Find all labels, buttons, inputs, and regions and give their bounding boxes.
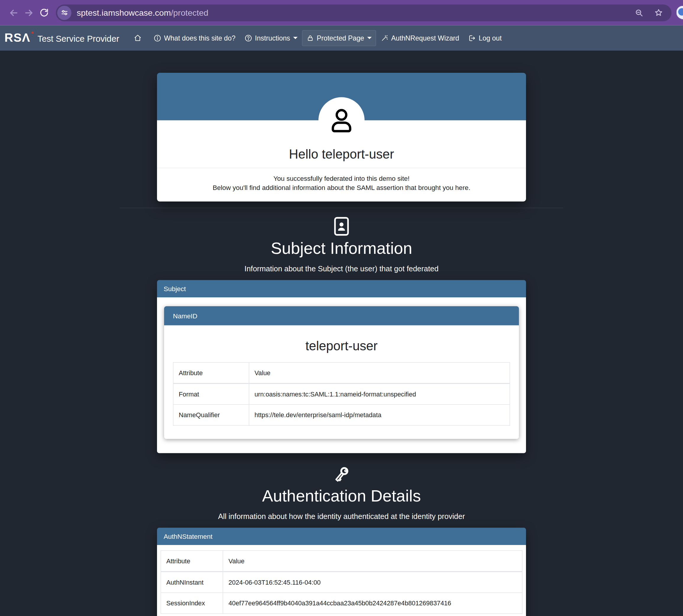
table-row: NameQualifier https://tele.dev/enterpris… xyxy=(173,404,510,425)
table-row: AuthNInstant 2024-06-03T16:52:45.116-04:… xyxy=(161,571,522,592)
zoom-out-icon[interactable] xyxy=(633,6,646,19)
authnstatement-panel-body: Attribute Value AuthNInstant 2024-06-03T… xyxy=(157,545,526,616)
value-cell: 2024-06-03T16:52:45.116-04:00 xyxy=(223,571,522,592)
browser-profile-avatar[interactable] xyxy=(677,6,683,19)
column-header: Attribute xyxy=(161,550,223,571)
nav-what-does-this-site-do[interactable]: What does this site do? xyxy=(149,30,240,46)
authn-attributes-table: Attribute Value AuthNInstant 2024-06-03T… xyxy=(161,550,522,614)
nav-instructions[interactable]: Instructions xyxy=(240,30,302,46)
chevron-down-icon xyxy=(293,37,298,39)
value-cell: https://tele.dev/enterprise/saml-idp/met… xyxy=(249,404,510,425)
back-icon[interactable] xyxy=(6,5,21,20)
section-title: Authentication Details xyxy=(0,487,683,505)
nav-authnrequest-wizard[interactable]: AuthNRequest Wizard xyxy=(376,30,463,46)
hero-card: Hello teleport-user You successfully fed… xyxy=(157,73,526,201)
home-icon xyxy=(133,34,142,42)
nameid-value: teleport-user xyxy=(173,338,510,353)
hero-card-body: Hello teleport-user You successfully fed… xyxy=(157,120,526,201)
url-path: /protected xyxy=(171,8,208,17)
attribute-cell: SessionIndex xyxy=(161,593,223,614)
hero-greeting: Hello teleport-user xyxy=(157,147,526,162)
column-header: Attribute xyxy=(173,362,249,383)
subject-panel: Subject NameID teleport-user Attribute V… xyxy=(157,280,526,453)
column-header: Value xyxy=(249,362,510,383)
authnstatement-panel: AuthNStatement Attribute Value AuthNInst… xyxy=(157,528,526,616)
site-settings-icon[interactable] xyxy=(58,6,72,20)
brand[interactable]: RSΛ Test Service Provider xyxy=(4,31,119,45)
subject-panel-body: NameID teleport-user Attribute Value xyxy=(157,297,526,453)
chevron-down-icon xyxy=(367,37,372,39)
hero-message: You successfully federated into this dem… xyxy=(157,174,526,193)
table-row: Format urn:oasis:names:tc:SAML:1.1:namei… xyxy=(173,383,510,404)
subject-panel-header: Subject xyxy=(157,280,526,298)
hero-section: Hello teleport-user You successfully fed… xyxy=(120,50,563,208)
logout-icon xyxy=(468,34,476,42)
url-text[interactable]: sptest.iamshowcase.com/protected xyxy=(77,8,627,18)
lock-icon xyxy=(306,34,314,42)
info-icon xyxy=(154,34,161,42)
table-row: SessionIndex 40ef77ee964564ff9b4040a391a… xyxy=(161,593,522,614)
address-bar[interactable]: sptest.iamshowcase.com/protected xyxy=(56,4,671,21)
forward-icon[interactable] xyxy=(21,5,37,20)
nameid-panel: NameID teleport-user Attribute Value xyxy=(164,306,519,439)
nav-home[interactable] xyxy=(129,30,149,46)
key-icon xyxy=(0,464,683,484)
attribute-cell: NameQualifier xyxy=(173,404,249,425)
subject-section-head: Subject Information Information about th… xyxy=(0,216,683,273)
divider xyxy=(157,168,526,168)
id-card-icon xyxy=(0,216,683,236)
attribute-cell: Format xyxy=(173,383,249,404)
nav-protected-page[interactable]: Protected Page xyxy=(302,30,376,46)
question-icon xyxy=(244,34,252,42)
attribute-cell: AuthNInstant xyxy=(161,571,223,592)
auth-section-head: Authentication Details All information a… xyxy=(0,464,683,521)
section-title: Subject Information xyxy=(0,239,683,258)
rsa-logo: RSΛ xyxy=(4,31,30,45)
registered-mark xyxy=(31,32,34,34)
site-navbar: RSΛ Test Service Provider What does this… xyxy=(0,25,683,51)
nameid-panel-body: teleport-user Attribute Value Format xyxy=(164,325,519,439)
bookmark-star-icon[interactable] xyxy=(652,6,665,19)
authnstatement-panel-header: AuthNStatement xyxy=(157,528,526,545)
value-cell: urn:oasis:names:tc:SAML:1.1:nameid-forma… xyxy=(249,383,510,404)
avatar xyxy=(318,97,365,144)
value-cell: 40ef77ee964564ff9b4040a391a44ccbaa23a45b… xyxy=(223,593,522,614)
browser-toolbar: sptest.iamshowcase.com/protected xyxy=(0,0,683,25)
wand-icon xyxy=(381,34,388,42)
screen: sptest.iamshowcase.com/protected RSΛ Tes… xyxy=(0,0,683,616)
reload-icon[interactable] xyxy=(37,5,51,20)
column-header: Value xyxy=(223,550,522,571)
nameid-panel-header: NameID xyxy=(164,306,519,325)
nav-items: What does this site do? Instructions Pro… xyxy=(129,30,506,46)
nameid-attributes-table: Attribute Value Format urn:oasis:names:t… xyxy=(173,362,510,425)
section-subtitle: Information about the Subject (the user)… xyxy=(0,264,683,273)
url-host: sptest.iamshowcase.com xyxy=(77,8,171,17)
brand-title: Test Service Provider xyxy=(38,34,119,44)
section-subtitle: All information about how the identity a… xyxy=(0,512,683,521)
nav-log-out[interactable]: Log out xyxy=(463,30,506,46)
page-content: Hello teleport-user You successfully fed… xyxy=(0,50,683,616)
